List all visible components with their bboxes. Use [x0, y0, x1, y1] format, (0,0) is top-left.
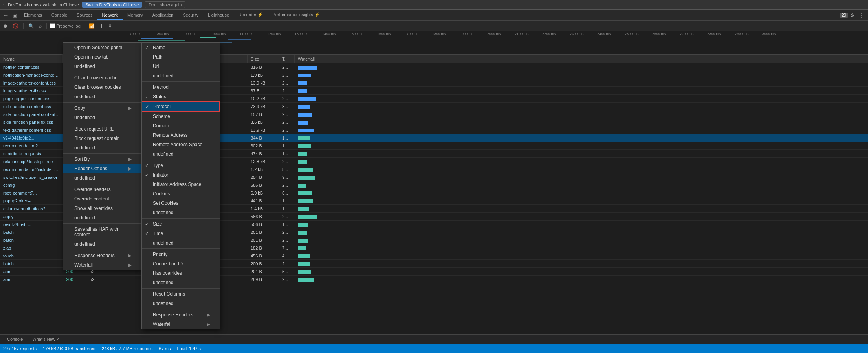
filter-icon[interactable]: 🔍 — [27, 22, 36, 29]
context-menu-item-clear-cache[interactable]: Clear browser cache — [63, 73, 141, 83]
context-menu-item-response-headers[interactable]: Response Headers▶ — [63, 251, 141, 260]
submenu-item-item[interactable]: undefined — [142, 71, 220, 81]
col-header-time[interactable]: T. — [279, 55, 295, 63]
context-menu-item-item[interactable]: undefined — [63, 62, 141, 71]
tab-memory[interactable]: Memory — [123, 11, 148, 20]
col-header-waterfall[interactable]: Waterfall — [295, 55, 868, 63]
header-options-submenu: ✓NamePathUrlundefinedMethod✓Status✓Proto… — [141, 42, 220, 329]
settings-icon[interactable]: ⚙ — [848, 12, 857, 19]
submenu-item-item[interactable]: undefined — [142, 278, 220, 287]
tab-console[interactable]: Console — [47, 11, 72, 20]
tab-console-bottom[interactable]: Console — [3, 336, 27, 344]
preserve-log-label[interactable]: Preserve log — [50, 23, 81, 28]
submenu-item-col-domain[interactable]: Domain — [142, 121, 220, 131]
cell-time: 2... — [279, 112, 295, 117]
upload-icon[interactable]: ⬆ — [98, 22, 105, 29]
context-menu-item-item[interactable]: undefined — [63, 92, 141, 101]
context-menu-item-block-domain[interactable]: Block request domain — [63, 134, 141, 143]
submenu-item-item[interactable]: undefined — [142, 299, 220, 308]
submenu-item-sub-waterfall[interactable]: Waterfall▶ — [142, 320, 220, 329]
context-menu-item-show-overrides[interactable]: Show all overrides — [63, 204, 141, 213]
submenu-item-col-time[interactable]: ✓Time — [142, 229, 220, 238]
submenu-item-col-size[interactable]: ✓Size — [142, 219, 220, 229]
submenu-item-col-status[interactable]: ✓Status — [142, 92, 220, 101]
submenu-item-sub-response[interactable]: Response Headers▶ — [142, 310, 220, 320]
submenu-item-col-name[interactable]: ✓Name — [142, 43, 220, 52]
context-menu-item-override-content[interactable]: Override content — [63, 194, 141, 204]
tab-application[interactable]: Application — [148, 11, 178, 20]
tab-recorder[interactable]: Recorder ⚡ — [234, 11, 268, 20]
switch-language-button[interactable]: Switch DevTools to Chinese — [82, 2, 142, 8]
timeline-label: 800 ms — [157, 32, 185, 36]
cell-size: 441 B — [248, 199, 279, 203]
col-header-name[interactable]: Name — [0, 55, 63, 63]
context-menu-item-save-har[interactable]: Save all as HAR with content — [63, 224, 141, 239]
search-icon[interactable]: ⌕ — [37, 22, 43, 29]
record-button[interactable]: ⏺ — [2, 22, 9, 29]
tab-network[interactable]: Network — [97, 11, 123, 20]
submenu-item-col-scheme[interactable]: Scheme — [142, 112, 220, 121]
timeline-label: 1900 ms — [460, 32, 487, 36]
submenu-item-col-set-cookies[interactable]: Set Cookies — [142, 199, 220, 208]
submenu-item-col-remote-address[interactable]: Remote Address — [142, 131, 220, 140]
context-menu-item-item[interactable]: undefined — [63, 143, 141, 153]
submenu-item-col-overrides[interactable]: Has overrides — [142, 268, 220, 278]
context-menu-item-header-options[interactable]: Header Options▶ — [63, 164, 141, 173]
cell-name: side-function-content.css — [0, 104, 63, 109]
submenu-item-col-path[interactable]: Path — [142, 52, 220, 62]
submenu-item-item[interactable]: undefined — [142, 149, 220, 159]
timeline-label: 900 ms — [185, 32, 212, 36]
submenu-item-item[interactable]: undefined — [142, 238, 220, 248]
submenu-item-col-url[interactable]: Url — [142, 62, 220, 71]
tab-performance[interactable]: Performance insights ⚡ — [268, 11, 324, 20]
tab-lighthouse[interactable]: Lighthouse — [203, 11, 234, 20]
table-row[interactable]: apm 200 h2 xhr init.js:1 289 B 2... — [0, 276, 868, 283]
submenu-item-col-remote-address-space[interactable]: Remote Address Space — [142, 140, 220, 149]
context-menu-item-copy[interactable]: Copy▶ — [63, 103, 141, 113]
context-menu-item-override-headers[interactable]: Override headers — [63, 185, 141, 194]
cell-waterfall — [295, 112, 318, 116]
cell-time: 7... — [279, 246, 295, 250]
context-menu-item-open-tab[interactable]: Open in new tab — [63, 52, 141, 62]
submenu-item-col-initiator-address[interactable]: Initiator Address Space — [142, 180, 220, 189]
submenu-item-col-type[interactable]: ✓Type — [142, 161, 220, 170]
tab-elements[interactable]: Elements — [19, 11, 47, 20]
cell-name: image-gatherer-content.css — [0, 81, 63, 85]
timeline-label: 1300 ms — [295, 32, 322, 36]
cell-size: 289 B — [248, 277, 279, 282]
submenu-item-col-priority[interactable]: Priority — [142, 250, 220, 259]
cell-name: notifier-content.css — [0, 65, 63, 70]
cell-waterfall — [295, 135, 318, 140]
context-menu-item-item[interactable]: undefined — [63, 173, 141, 183]
col-header-size[interactable]: Size — [248, 55, 279, 63]
download-icon[interactable]: ⬇ — [106, 22, 114, 29]
context-menu-item-block-url[interactable]: Block request URL — [63, 124, 141, 134]
submenu-item-col-connection[interactable]: Connection ID — [142, 259, 220, 268]
clear-button[interactable]: 🚫 — [11, 22, 20, 29]
device-icon[interactable]: ▣ — [10, 12, 19, 19]
submenu-item-col-cookies[interactable]: Cookies — [142, 189, 220, 199]
dismiss-notification-button[interactable]: Don't show again — [145, 1, 185, 8]
context-menu-item-item[interactable]: undefined — [63, 239, 141, 249]
more-options-icon[interactable]: ⋮ — [857, 12, 866, 19]
tab-security[interactable]: Security — [178, 11, 203, 20]
context-menu-item-item[interactable]: undefined — [63, 213, 141, 222]
context-menu-item-open-sources[interactable]: Open in Sources panel — [63, 43, 141, 52]
cell-waterfall — [295, 120, 318, 124]
tab-sources[interactable]: Sources — [72, 11, 97, 20]
context-menu-item-sort-by[interactable]: Sort By▶ — [63, 154, 141, 164]
preserve-log-checkbox[interactable] — [50, 23, 55, 28]
context-menu-item-waterfall[interactable]: Waterfall▶ — [63, 260, 141, 270]
cursor-icon[interactable]: ⊹ — [2, 12, 10, 19]
submenu-item-col-method[interactable]: Method — [142, 83, 220, 92]
wifi-icon[interactable]: 📶 — [87, 22, 96, 29]
tab-whats-new[interactable]: What's New × — [28, 336, 63, 344]
submenu-item-reset-columns[interactable]: Reset Columns — [142, 289, 220, 299]
context-menu-item-item[interactable]: undefined — [63, 113, 141, 122]
timeline-label: 2000 ms — [487, 32, 515, 36]
context-menu-item-clear-cookies[interactable]: Clear browser cookies — [63, 83, 141, 92]
submenu-item-col-protocol[interactable]: ✓Protocol — [142, 101, 220, 112]
submenu-item-item[interactable]: undefined — [142, 208, 220, 217]
status-requests: 29 / 157 requests — [3, 346, 37, 351]
submenu-item-col-initiator[interactable]: ✓Initiator — [142, 170, 220, 180]
